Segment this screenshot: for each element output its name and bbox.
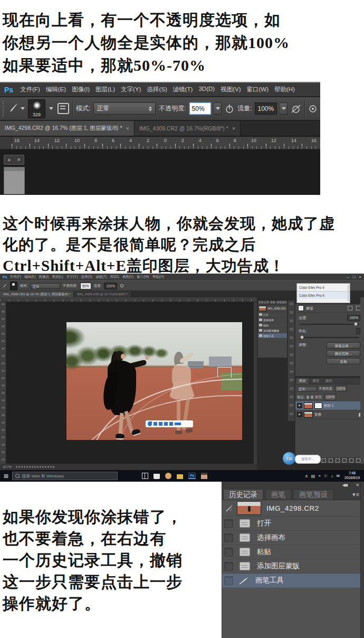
zoom-level[interactable]: 16.7% bbox=[3, 465, 12, 468]
tool-palette[interactable] bbox=[0, 302, 6, 464]
panel-icon-strip[interactable] bbox=[288, 300, 295, 421]
pixel-mask-icon[interactable] bbox=[348, 306, 352, 311]
tab-brush-presets[interactable]: 画笔预设 bbox=[293, 489, 333, 500]
history-step[interactable]: 打开 bbox=[222, 517, 360, 531]
collapse-panel-icon[interactable]: ◀◀ bbox=[342, 483, 347, 487]
menu-item[interactable]: 视图(V) bbox=[122, 275, 134, 279]
trash-icon[interactable] bbox=[356, 458, 360, 463]
brush-icon[interactable] bbox=[3, 283, 7, 288]
tab-history[interactable]: 历史记录 bbox=[258, 301, 269, 305]
panel-scrollbar[interactable] bbox=[360, 297, 364, 464]
dropdown-item[interactable]: Color Efex Pro 4 bbox=[297, 292, 350, 299]
collapsed-panel[interactable] bbox=[4, 167, 25, 194]
document-tab-active[interactable]: IMG_4298.CR2 @ 16.7% (图层 1, 图层蒙版/8) * × bbox=[0, 121, 135, 136]
brush-tool-button[interactable] bbox=[8, 102, 25, 115]
menu-item[interactable]: 帮助(H) bbox=[274, 86, 295, 93]
tab-close-icon[interactable]: × bbox=[232, 125, 235, 132]
file-explorer-icon[interactable] bbox=[177, 474, 183, 479]
new-layer-icon[interactable] bbox=[349, 458, 353, 463]
dropdown-scrollbar[interactable] bbox=[348, 285, 349, 302]
visibility-eye-icon[interactable] bbox=[297, 412, 302, 417]
airbrush-icon[interactable] bbox=[120, 284, 124, 288]
close-panel-icon[interactable]: × bbox=[356, 482, 359, 488]
menu-item[interactable]: 图像(I) bbox=[72, 86, 90, 93]
photoshop-taskbar-icon[interactable]: Ps bbox=[188, 473, 196, 479]
history-source-checkbox[interactable] bbox=[224, 548, 233, 557]
close-icon[interactable]: × bbox=[17, 157, 21, 163]
mask-edge-button[interactable]: 蒙版边缘… bbox=[327, 342, 360, 349]
menu-item[interactable]: 文字(Y) bbox=[66, 275, 78, 279]
history-step[interactable]: 选择画布 bbox=[222, 531, 360, 545]
color-range-button[interactable]: 颜色范围… bbox=[327, 350, 360, 356]
menu-item[interactable]: 图层(L) bbox=[95, 86, 115, 93]
start-button-icon[interactable]: ⊞ bbox=[4, 473, 8, 479]
drag-grip-icon[interactable] bbox=[3, 101, 5, 117]
brush-preset-picker[interactable] bbox=[10, 282, 17, 290]
tab-close-icon[interactable]: × bbox=[126, 125, 129, 132]
menu-item[interactable]: 图像(I) bbox=[39, 275, 49, 279]
fill-value[interactable]: 100% bbox=[324, 394, 337, 400]
tab-layers[interactable]: 图层 bbox=[296, 378, 309, 384]
document-tab-active[interactable]: IMG_4298.CR2 @ 16.7% (图层 1, 图层蒙版/8) * bbox=[0, 291, 74, 297]
density-value[interactable]: 100% bbox=[347, 315, 360, 321]
history-brush-source-icon[interactable] bbox=[222, 504, 237, 512]
opacity-dropdown[interactable] bbox=[214, 102, 222, 115]
menu-item[interactable]: 3D(D) bbox=[198, 86, 215, 93]
opacity-input[interactable]: 50% bbox=[189, 102, 212, 115]
history-step[interactable]: 添加图层蒙版 bbox=[258, 328, 287, 333]
mask-icon[interactable] bbox=[329, 458, 333, 463]
adjustment-icon[interactable] bbox=[336, 458, 340, 463]
tray-network-icon[interactable]: ⚐ bbox=[324, 474, 328, 478]
group-icon[interactable] bbox=[342, 458, 347, 463]
feather-slider[interactable] bbox=[300, 337, 359, 338]
history-step-selected[interactable]: 画笔工具 bbox=[258, 333, 287, 339]
lock-icon[interactable] bbox=[306, 396, 309, 399]
taskbar-clock[interactable]: 7:48 2016/5/19 bbox=[344, 471, 360, 481]
blend-mode-select[interactable]: 正常 bbox=[297, 386, 317, 391]
invert-button[interactable]: 反相 bbox=[327, 358, 360, 364]
history-step[interactable]: 打开 bbox=[258, 312, 287, 317]
tab-paths[interactable]: 路径 bbox=[323, 378, 335, 384]
history-step[interactable]: 添加图层蒙版 bbox=[222, 559, 360, 574]
task-view-icon[interactable] bbox=[142, 473, 148, 479]
history-step[interactable]: 粘贴 bbox=[222, 545, 360, 559]
flow-dropdown[interactable] bbox=[280, 102, 288, 115]
document-tab-inactive[interactable]: IMG_4309.CR2 @ 16.7%(RGB/8*) * × bbox=[135, 121, 241, 136]
store-icon[interactable] bbox=[154, 474, 160, 479]
pressure-size-icon[interactable] bbox=[308, 104, 318, 114]
history-source-checkbox[interactable] bbox=[224, 533, 233, 542]
visibility-eye-icon[interactable] bbox=[297, 403, 302, 408]
tab-history[interactable]: 历史记录 bbox=[223, 489, 263, 500]
blend-mode-select[interactable]: 正常 bbox=[31, 283, 60, 289]
dropdown-item[interactable]: Color Efex Pro 4 bbox=[297, 284, 350, 292]
tab-channels[interactable]: 通道 bbox=[310, 378, 322, 384]
brush-preset-picker[interactable]: 329 bbox=[28, 99, 46, 118]
density-slider[interactable] bbox=[300, 324, 359, 325]
document-tab-inactive[interactable]: IMG_4309.CR2 @ 16.7%(RGB/8*) * bbox=[74, 291, 131, 297]
lock-icon[interactable] bbox=[311, 396, 313, 399]
minimize-button[interactable]: – bbox=[347, 275, 349, 279]
slider-handle[interactable] bbox=[354, 322, 358, 326]
tab-brush-presets[interactable]: 画笔预设 bbox=[276, 301, 287, 305]
menu-item[interactable]: 滤镜(T) bbox=[173, 86, 193, 93]
collapse-icon[interactable]: » bbox=[7, 157, 11, 163]
menu-item[interactable]: 帮助(H) bbox=[152, 275, 164, 279]
tray-expand-icon[interactable]: ∧ bbox=[305, 474, 308, 478]
blend-mode-select[interactable]: 正常 bbox=[93, 102, 156, 115]
menu-item[interactable]: 窗口(W) bbox=[137, 275, 149, 279]
history-step[interactable]: 选择画布 bbox=[258, 317, 287, 323]
history-step[interactable]: 粘贴 bbox=[258, 323, 287, 328]
history-snapshot-row[interactable]: IMG_4298.CR2 bbox=[258, 305, 287, 312]
history-snapshot-row[interactable]: IMG_4298.CR2 bbox=[222, 500, 360, 517]
menu-item[interactable]: 文字(Y) bbox=[121, 86, 141, 93]
opacity-value[interactable]: 50% bbox=[80, 283, 91, 289]
app-icon[interactable] bbox=[165, 473, 171, 479]
menu-item[interactable]: 选择(S) bbox=[81, 275, 92, 279]
tab-brush[interactable]: 画笔 bbox=[270, 301, 275, 305]
airbrush-toggle-icon[interactable] bbox=[291, 104, 301, 114]
layer-row-background[interactable]: 背景 bbox=[295, 410, 363, 419]
menu-item[interactable]: 滤镜(T) bbox=[95, 275, 107, 279]
flow-value[interactable]: 100% bbox=[104, 283, 117, 289]
layer-row-selected[interactable]: 图层 1 bbox=[295, 401, 363, 410]
tray-volume-icon[interactable]: ♪ bbox=[331, 474, 333, 478]
